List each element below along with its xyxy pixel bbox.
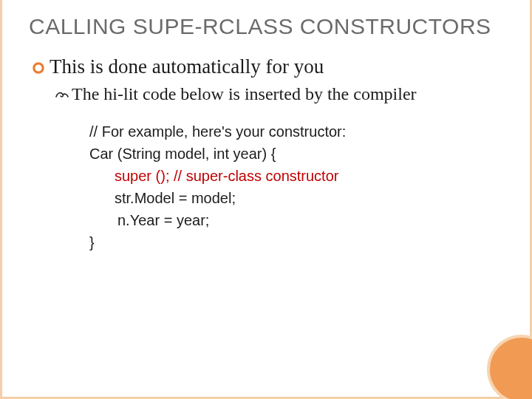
code-line-2: Car (String model, int year) { [89,143,503,165]
slide-frame: CALLING SUPE-RCLASS CONSTRUCTORS This is… [0,0,532,399]
bullet1-text: This is done automatically for you [50,55,324,78]
bullet-level-2: The hi-lit code below is inserted by the… [55,83,503,106]
slide-title: CALLING SUPE-RCLASS CONSTRUCTORS [29,13,503,39]
code-block: // For example, here's your constructor:… [89,120,503,253]
code-line-6: } [89,231,503,253]
code-line-3-hilit: super (); // super-class constructor [89,165,503,187]
code-line-1: // For example, here's your constructor: [89,120,503,143]
ring-bullet-icon [32,61,45,78]
bullet-level-1: This is done automatically for you [32,55,503,78]
decorative-circle-icon [487,335,532,399]
swirl-bullet-icon [55,89,69,103]
code-line-4: str.Model = model; [89,187,503,209]
code-line-5: n.Year = year; [89,209,503,231]
svg-point-0 [34,64,43,72]
bullet2-text: The hi-lit code below is inserted by the… [72,83,417,106]
